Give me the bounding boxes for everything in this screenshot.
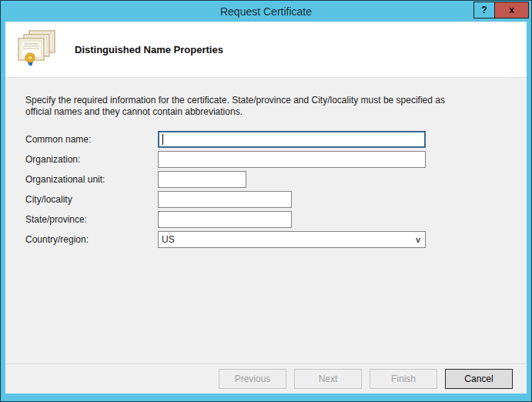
certificates-stack-icon bbox=[15, 29, 57, 71]
help-button[interactable]: ? bbox=[473, 2, 495, 18]
common-name-label: Common name: bbox=[25, 134, 158, 145]
close-button[interactable]: x bbox=[495, 2, 529, 18]
form-row-common-name: Common name: bbox=[25, 131, 507, 148]
window-title: Request Certificate bbox=[220, 5, 312, 18]
instructions-text: Specify the required information for the… bbox=[25, 95, 453, 118]
state-province-input[interactable] bbox=[158, 211, 292, 228]
common-name-input[interactable] bbox=[158, 131, 426, 148]
cancel-button[interactable]: Cancel bbox=[445, 369, 513, 389]
organization-label: Organization: bbox=[25, 154, 158, 165]
help-icon: ? bbox=[481, 5, 487, 15]
page-title: Distinguished Name Properties bbox=[75, 44, 223, 55]
previous-button[interactable]: Previous bbox=[219, 369, 286, 389]
organizational-unit-input[interactable] bbox=[158, 171, 246, 188]
form-row-organizational-unit: Organizational unit: bbox=[25, 171, 507, 188]
dialog-surface: Distinguished Name Properties Specify th… bbox=[5, 22, 527, 394]
city-locality-input[interactable] bbox=[158, 191, 292, 208]
organizational-unit-label: Organizational unit: bbox=[25, 174, 158, 185]
state-province-label: State/province: bbox=[25, 214, 158, 225]
organization-input[interactable] bbox=[158, 151, 426, 168]
window-controls: ? x bbox=[473, 2, 529, 18]
city-locality-label: City/locality bbox=[25, 194, 158, 205]
finish-button[interactable]: Finish bbox=[370, 369, 437, 389]
distinguished-name-form: Common name: Organization: Organizationa… bbox=[25, 131, 507, 248]
form-row-state-province: State/province: bbox=[25, 211, 507, 228]
close-icon: x bbox=[509, 5, 514, 15]
text-caret bbox=[162, 134, 163, 145]
next-button[interactable]: Next bbox=[294, 369, 362, 389]
country-region-label: Country/region: bbox=[25, 234, 158, 245]
dialog-footer: Previous Next Finish Cancel bbox=[5, 363, 527, 394]
country-region-selected-value: US bbox=[162, 234, 175, 245]
country-region-select[interactable]: US v bbox=[158, 231, 426, 248]
titlebar: Request Certificate ? x bbox=[1, 1, 531, 22]
form-row-country-region: Country/region: US v bbox=[25, 231, 507, 248]
request-certificate-window: Request Certificate ? x bbox=[0, 0, 532, 402]
form-row-city-locality: City/locality bbox=[25, 191, 507, 208]
dialog-header: Distinguished Name Properties bbox=[5, 22, 527, 78]
form-row-organization: Organization: bbox=[25, 151, 507, 168]
chevron-down-icon: v bbox=[416, 235, 420, 244]
dialog-body: Specify the required information for the… bbox=[5, 78, 527, 363]
